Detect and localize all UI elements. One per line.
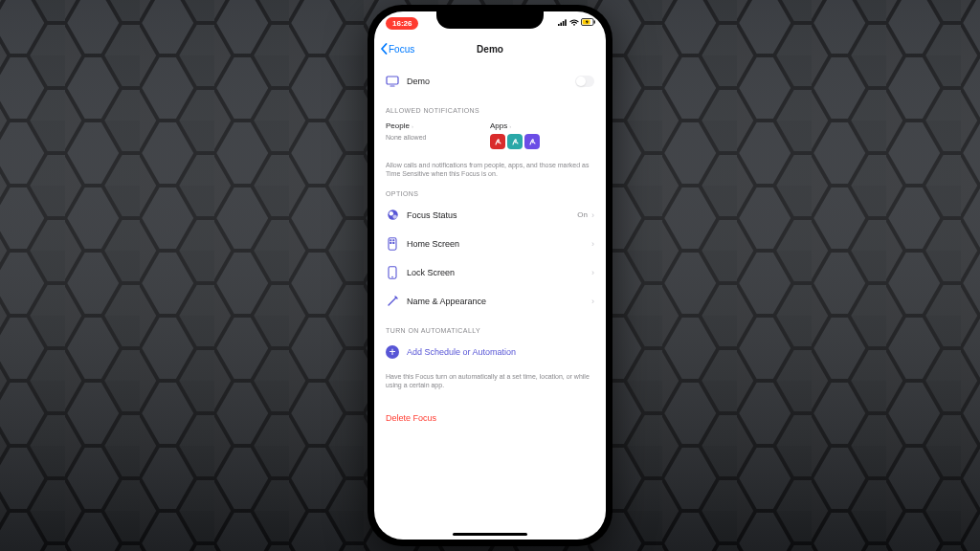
notch	[436, 11, 544, 29]
svg-rect-11	[594, 20, 595, 23]
add-schedule-button[interactable]: + Add Schedule or Automation	[374, 338, 606, 366]
option-name-appearance[interactable]: Name & Appearance ›	[374, 287, 606, 316]
allowed-people-label: People	[386, 121, 410, 130]
option-label: Home Screen	[407, 239, 591, 249]
allowed-people-sub: None allowed	[386, 134, 490, 141]
delete-focus-button[interactable]: Delete Focus	[374, 404, 606, 432]
allowed-apps-button[interactable]: Apps›	[490, 121, 594, 149]
svg-rect-19	[390, 239, 391, 241]
chevron-right-icon: ›	[591, 210, 594, 220]
option-focus-status[interactable]: Focus Status On ›	[374, 201, 606, 230]
svg-rect-7	[563, 21, 565, 26]
option-value: On	[577, 210, 588, 219]
focus-status-icon	[386, 209, 399, 222]
svg-point-17	[392, 215, 396, 219]
page-title: Demo	[477, 44, 503, 55]
status-time-pill: 16:26	[386, 17, 418, 30]
allowed-people-button[interactable]: People› None allowed	[386, 121, 490, 149]
chevron-right-icon: ›	[591, 268, 594, 277]
svg-rect-8	[565, 19, 567, 26]
app-icon	[524, 134, 540, 149]
battery-icon	[581, 18, 596, 26]
app-icon	[490, 134, 505, 149]
back-label: Focus	[389, 44, 414, 55]
chevron-left-icon	[380, 43, 388, 55]
delete-focus-label: Delete Focus	[386, 413, 436, 423]
add-schedule-label: Add Schedule or Automation	[407, 347, 516, 357]
chevron-right-icon: ›	[509, 123, 511, 129]
nav-bar: Focus Demo	[374, 36, 606, 61]
app-icon	[507, 134, 523, 149]
lock-screen-icon	[386, 266, 399, 279]
svg-point-16	[389, 211, 392, 215]
option-lock-screen[interactable]: Lock Screen ›	[374, 258, 606, 287]
svg-rect-13	[387, 77, 398, 84]
display-icon	[386, 75, 399, 88]
chevron-right-icon: ›	[591, 239, 594, 249]
section-header-auto: TURN ON AUTOMATICALLY	[374, 316, 606, 338]
svg-rect-18	[389, 238, 396, 250]
svg-point-9	[573, 23, 575, 25]
signal-icon	[558, 19, 568, 26]
pencil-icon	[386, 295, 399, 308]
auto-footer-note: Have this Focus turn on automatically at…	[374, 366, 606, 390]
focus-name-label: Demo	[407, 77, 575, 86]
option-label: Lock Screen	[407, 268, 591, 277]
svg-rect-20	[392, 239, 394, 241]
home-screen-icon	[386, 237, 399, 251]
section-header-allowed: ALLOWED NOTIFICATIONS	[374, 96, 606, 118]
option-label: Focus Status	[407, 210, 577, 220]
focus-toggle[interactable]	[575, 76, 594, 87]
allowed-apps-label: Apps	[490, 121, 507, 130]
svg-rect-6	[560, 22, 562, 25]
home-indicator[interactable]	[453, 533, 527, 536]
back-button[interactable]: Focus	[380, 43, 414, 55]
allowed-grid: People› None allowed Apps›	[374, 118, 606, 155]
content-scroll[interactable]: Demo ALLOWED NOTIFICATIONS People› None …	[374, 67, 606, 440]
svg-rect-21	[390, 242, 391, 244]
focus-enable-row[interactable]: Demo	[374, 67, 606, 96]
svg-rect-5	[558, 24, 560, 26]
option-label: Name & Appearance	[407, 297, 591, 306]
phone-frame: 16:26 Focus Demo	[368, 5, 612, 546]
chevron-right-icon: ›	[412, 123, 413, 129]
plus-icon: +	[386, 345, 399, 359]
wifi-icon	[569, 19, 579, 26]
svg-rect-22	[392, 242, 394, 244]
section-header-options: OPTIONS	[374, 179, 606, 201]
allowed-apps-icons	[490, 134, 594, 149]
option-home-screen[interactable]: Home Screen ›	[374, 230, 606, 258]
chevron-right-icon: ›	[591, 297, 594, 306]
phone-screen: 16:26 Focus Demo	[374, 11, 606, 540]
allowed-footer-note: Allow calls and notifications from peopl…	[374, 155, 606, 179]
